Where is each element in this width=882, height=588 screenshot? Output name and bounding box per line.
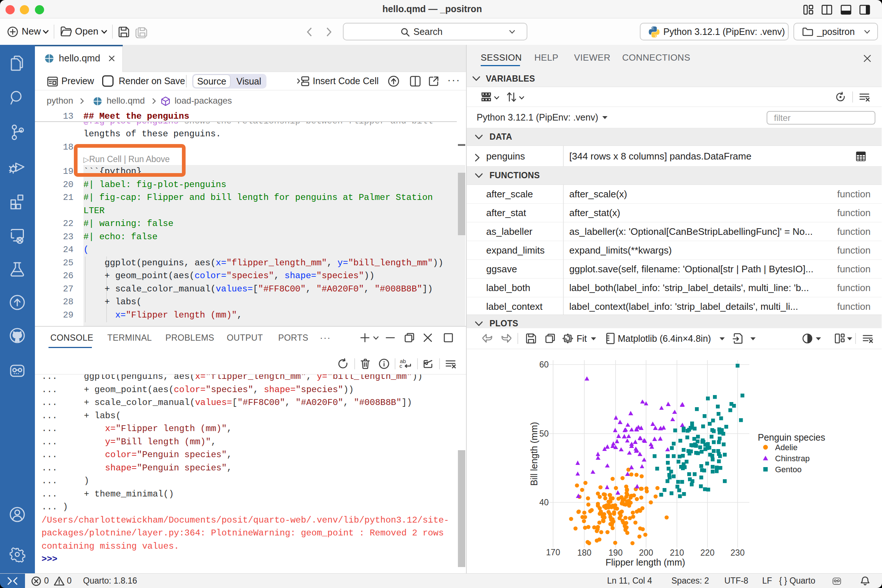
svg-text:40: 40	[539, 498, 549, 507]
svg-text:60: 60	[539, 360, 549, 369]
svg-text:200: 200	[639, 548, 653, 558]
svg-text:50: 50	[539, 429, 549, 438]
svg-text:Flipper length (mm): Flipper length (mm)	[606, 557, 686, 567]
svg-text:190: 190	[609, 548, 622, 558]
svg-text:230: 230	[730, 548, 744, 558]
svg-text:Penguin species: Penguin species	[758, 432, 825, 442]
svg-text:c: c	[399, 363, 402, 369]
svg-text:170: 170	[546, 548, 560, 557]
svg-text:180: 180	[578, 548, 591, 558]
svg-text:210: 210	[670, 548, 684, 558]
svg-text:Chinstrap: Chinstrap	[775, 454, 810, 463]
svg-text:Bill length (mm): Bill length (mm)	[529, 422, 539, 486]
svg-text:Adelie: Adelie	[775, 443, 798, 452]
svg-text:Gentoo: Gentoo	[775, 465, 801, 474]
svg-text:220: 220	[700, 548, 714, 558]
